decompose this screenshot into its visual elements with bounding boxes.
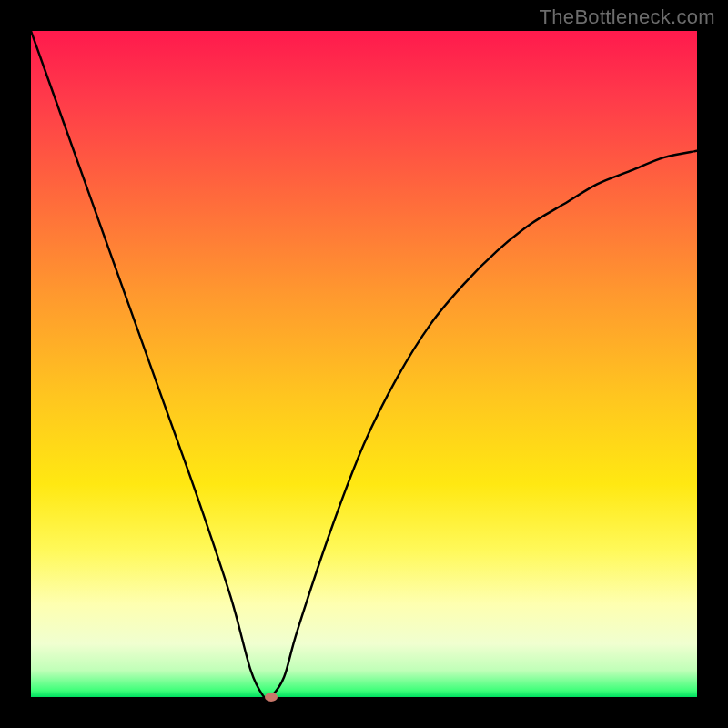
chart-frame: TheBottleneck.com: [0, 0, 728, 728]
optimal-point-marker: [265, 693, 278, 702]
watermark-text: TheBottleneck.com: [540, 5, 715, 29]
plot-area: [31, 31, 697, 697]
bottleneck-curve: [31, 31, 697, 697]
